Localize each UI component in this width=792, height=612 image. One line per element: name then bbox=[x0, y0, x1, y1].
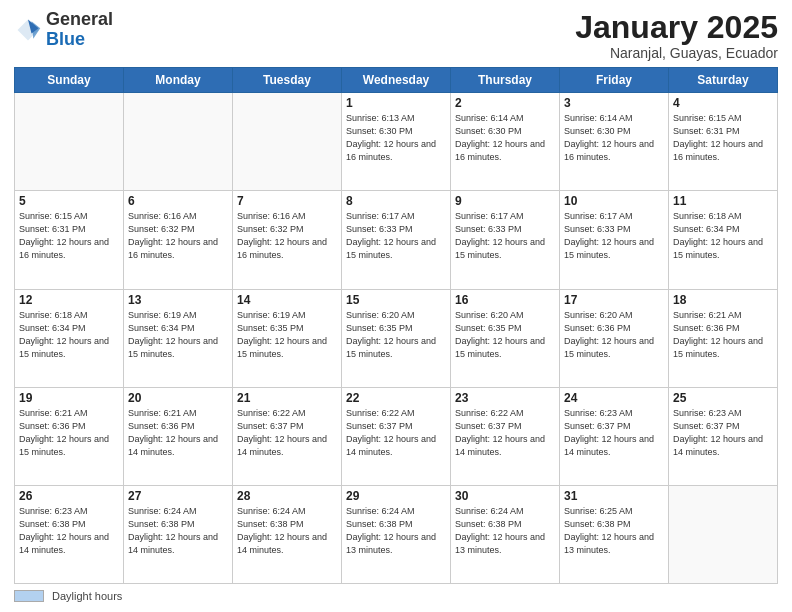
day-number: 25 bbox=[673, 391, 773, 405]
day-number: 8 bbox=[346, 194, 446, 208]
day-info: Sunrise: 6:14 AM Sunset: 6:30 PM Dayligh… bbox=[455, 112, 555, 164]
day-info: Sunrise: 6:21 AM Sunset: 6:36 PM Dayligh… bbox=[128, 407, 228, 459]
day-info: Sunrise: 6:20 AM Sunset: 6:35 PM Dayligh… bbox=[455, 309, 555, 361]
day-number: 27 bbox=[128, 489, 228, 503]
table-row: 16Sunrise: 6:20 AM Sunset: 6:35 PM Dayli… bbox=[451, 289, 560, 387]
day-info: Sunrise: 6:14 AM Sunset: 6:30 PM Dayligh… bbox=[564, 112, 664, 164]
day-info: Sunrise: 6:15 AM Sunset: 6:31 PM Dayligh… bbox=[673, 112, 773, 164]
day-info: Sunrise: 6:22 AM Sunset: 6:37 PM Dayligh… bbox=[455, 407, 555, 459]
calendar-day-header: Wednesday bbox=[342, 68, 451, 93]
day-info: Sunrise: 6:24 AM Sunset: 6:38 PM Dayligh… bbox=[128, 505, 228, 557]
day-info: Sunrise: 6:19 AM Sunset: 6:35 PM Dayligh… bbox=[237, 309, 337, 361]
table-row: 11Sunrise: 6:18 AM Sunset: 6:34 PM Dayli… bbox=[669, 191, 778, 289]
day-info: Sunrise: 6:24 AM Sunset: 6:38 PM Dayligh… bbox=[455, 505, 555, 557]
day-number: 28 bbox=[237, 489, 337, 503]
day-info: Sunrise: 6:24 AM Sunset: 6:38 PM Dayligh… bbox=[346, 505, 446, 557]
legend-label: Daylight hours bbox=[52, 590, 122, 602]
day-info: Sunrise: 6:20 AM Sunset: 6:36 PM Dayligh… bbox=[564, 309, 664, 361]
table-row: 10Sunrise: 6:17 AM Sunset: 6:33 PM Dayli… bbox=[560, 191, 669, 289]
logo-icon bbox=[14, 16, 42, 44]
day-number: 16 bbox=[455, 293, 555, 307]
calendar-day-header: Monday bbox=[124, 68, 233, 93]
calendar-day-header: Friday bbox=[560, 68, 669, 93]
day-number: 23 bbox=[455, 391, 555, 405]
calendar-week-row: 19Sunrise: 6:21 AM Sunset: 6:36 PM Dayli… bbox=[15, 387, 778, 485]
table-row: 12Sunrise: 6:18 AM Sunset: 6:34 PM Dayli… bbox=[15, 289, 124, 387]
day-info: Sunrise: 6:24 AM Sunset: 6:38 PM Dayligh… bbox=[237, 505, 337, 557]
day-number: 15 bbox=[346, 293, 446, 307]
day-number: 10 bbox=[564, 194, 664, 208]
calendar-week-row: 26Sunrise: 6:23 AM Sunset: 6:38 PM Dayli… bbox=[15, 485, 778, 583]
table-row: 30Sunrise: 6:24 AM Sunset: 6:38 PM Dayli… bbox=[451, 485, 560, 583]
table-row bbox=[124, 93, 233, 191]
table-row: 1Sunrise: 6:13 AM Sunset: 6:30 PM Daylig… bbox=[342, 93, 451, 191]
table-row: 18Sunrise: 6:21 AM Sunset: 6:36 PM Dayli… bbox=[669, 289, 778, 387]
page: General Blue January 2025 Naranjal, Guay… bbox=[0, 0, 792, 612]
day-info: Sunrise: 6:18 AM Sunset: 6:34 PM Dayligh… bbox=[19, 309, 119, 361]
day-info: Sunrise: 6:19 AM Sunset: 6:34 PM Dayligh… bbox=[128, 309, 228, 361]
table-row: 5Sunrise: 6:15 AM Sunset: 6:31 PM Daylig… bbox=[15, 191, 124, 289]
day-info: Sunrise: 6:23 AM Sunset: 6:37 PM Dayligh… bbox=[673, 407, 773, 459]
table-row: 29Sunrise: 6:24 AM Sunset: 6:38 PM Dayli… bbox=[342, 485, 451, 583]
day-info: Sunrise: 6:22 AM Sunset: 6:37 PM Dayligh… bbox=[346, 407, 446, 459]
day-info: Sunrise: 6:16 AM Sunset: 6:32 PM Dayligh… bbox=[128, 210, 228, 262]
footer: Daylight hours bbox=[14, 590, 778, 602]
day-number: 5 bbox=[19, 194, 119, 208]
table-row: 6Sunrise: 6:16 AM Sunset: 6:32 PM Daylig… bbox=[124, 191, 233, 289]
table-row bbox=[233, 93, 342, 191]
day-number: 9 bbox=[455, 194, 555, 208]
day-number: 19 bbox=[19, 391, 119, 405]
table-row: 7Sunrise: 6:16 AM Sunset: 6:32 PM Daylig… bbox=[233, 191, 342, 289]
day-number: 12 bbox=[19, 293, 119, 307]
table-row: 28Sunrise: 6:24 AM Sunset: 6:38 PM Dayli… bbox=[233, 485, 342, 583]
day-number: 21 bbox=[237, 391, 337, 405]
day-number: 29 bbox=[346, 489, 446, 503]
day-info: Sunrise: 6:15 AM Sunset: 6:31 PM Dayligh… bbox=[19, 210, 119, 262]
table-row: 21Sunrise: 6:22 AM Sunset: 6:37 PM Dayli… bbox=[233, 387, 342, 485]
day-number: 24 bbox=[564, 391, 664, 405]
table-row: 3Sunrise: 6:14 AM Sunset: 6:30 PM Daylig… bbox=[560, 93, 669, 191]
day-info: Sunrise: 6:22 AM Sunset: 6:37 PM Dayligh… bbox=[237, 407, 337, 459]
day-info: Sunrise: 6:21 AM Sunset: 6:36 PM Dayligh… bbox=[673, 309, 773, 361]
day-info: Sunrise: 6:18 AM Sunset: 6:34 PM Dayligh… bbox=[673, 210, 773, 262]
day-number: 11 bbox=[673, 194, 773, 208]
location-subtitle: Naranjal, Guayas, Ecuador bbox=[575, 45, 778, 61]
table-row bbox=[669, 485, 778, 583]
title-block: January 2025 Naranjal, Guayas, Ecuador bbox=[575, 10, 778, 61]
table-row: 15Sunrise: 6:20 AM Sunset: 6:35 PM Dayli… bbox=[342, 289, 451, 387]
day-number: 14 bbox=[237, 293, 337, 307]
logo-text: General Blue bbox=[46, 10, 113, 50]
day-number: 26 bbox=[19, 489, 119, 503]
table-row bbox=[15, 93, 124, 191]
table-row: 24Sunrise: 6:23 AM Sunset: 6:37 PM Dayli… bbox=[560, 387, 669, 485]
day-number: 13 bbox=[128, 293, 228, 307]
day-number: 3 bbox=[564, 96, 664, 110]
day-info: Sunrise: 6:17 AM Sunset: 6:33 PM Dayligh… bbox=[564, 210, 664, 262]
table-row: 31Sunrise: 6:25 AM Sunset: 6:38 PM Dayli… bbox=[560, 485, 669, 583]
day-number: 18 bbox=[673, 293, 773, 307]
day-number: 31 bbox=[564, 489, 664, 503]
calendar-day-header: Thursday bbox=[451, 68, 560, 93]
day-info: Sunrise: 6:23 AM Sunset: 6:37 PM Dayligh… bbox=[564, 407, 664, 459]
day-info: Sunrise: 6:21 AM Sunset: 6:36 PM Dayligh… bbox=[19, 407, 119, 459]
calendar-day-header: Sunday bbox=[15, 68, 124, 93]
month-title: January 2025 bbox=[575, 10, 778, 45]
calendar-week-row: 5Sunrise: 6:15 AM Sunset: 6:31 PM Daylig… bbox=[15, 191, 778, 289]
table-row: 25Sunrise: 6:23 AM Sunset: 6:37 PM Dayli… bbox=[669, 387, 778, 485]
calendar-week-row: 1Sunrise: 6:13 AM Sunset: 6:30 PM Daylig… bbox=[15, 93, 778, 191]
table-row: 8Sunrise: 6:17 AM Sunset: 6:33 PM Daylig… bbox=[342, 191, 451, 289]
calendar-week-row: 12Sunrise: 6:18 AM Sunset: 6:34 PM Dayli… bbox=[15, 289, 778, 387]
day-info: Sunrise: 6:16 AM Sunset: 6:32 PM Dayligh… bbox=[237, 210, 337, 262]
day-info: Sunrise: 6:20 AM Sunset: 6:35 PM Dayligh… bbox=[346, 309, 446, 361]
calendar-header-row: SundayMondayTuesdayWednesdayThursdayFrid… bbox=[15, 68, 778, 93]
day-number: 4 bbox=[673, 96, 773, 110]
table-row: 17Sunrise: 6:20 AM Sunset: 6:36 PM Dayli… bbox=[560, 289, 669, 387]
table-row: 9Sunrise: 6:17 AM Sunset: 6:33 PM Daylig… bbox=[451, 191, 560, 289]
day-number: 20 bbox=[128, 391, 228, 405]
day-number: 17 bbox=[564, 293, 664, 307]
day-number: 1 bbox=[346, 96, 446, 110]
day-info: Sunrise: 6:25 AM Sunset: 6:38 PM Dayligh… bbox=[564, 505, 664, 557]
logo-blue-text: Blue bbox=[46, 29, 85, 49]
logo: General Blue bbox=[14, 10, 113, 50]
calendar-day-header: Saturday bbox=[669, 68, 778, 93]
